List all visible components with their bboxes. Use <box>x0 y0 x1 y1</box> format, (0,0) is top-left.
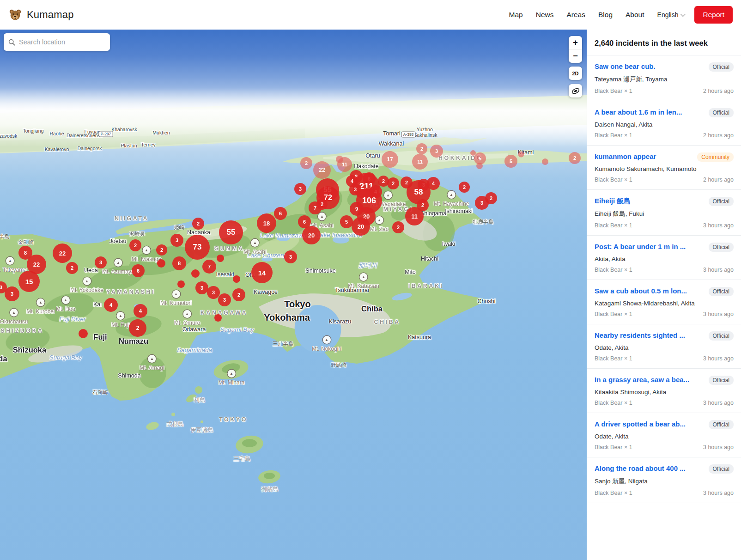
cluster-marker[interactable]: 3 <box>195 281 208 294</box>
cluster-marker[interactable]: 18 <box>257 213 276 233</box>
cluster-marker[interactable] <box>191 269 200 278</box>
incident-item[interactable]: Saw a cub about 0.5 m lon... Official Ka… <box>587 280 741 324</box>
zoom-out-button[interactable]: − <box>569 49 582 63</box>
incident-title-link[interactable]: Eiheiji 飯島 <box>595 197 705 206</box>
cluster-marker[interactable]: 2 <box>392 221 404 233</box>
cluster-marker[interactable]: 22 <box>313 161 331 179</box>
cluster-marker[interactable]: 14 <box>251 262 273 283</box>
cluster-marker[interactable]: 15 <box>18 271 40 292</box>
cluster-marker[interactable] <box>518 152 524 158</box>
cluster-marker[interactable]: 2 <box>459 182 470 193</box>
cluster-marker[interactable]: 55 <box>219 220 243 244</box>
incident-source-badge: Community <box>697 152 734 162</box>
search-icon <box>8 39 15 46</box>
language-selector[interactable]: English <box>657 11 685 18</box>
cluster-marker[interactable] <box>217 255 224 262</box>
incident-item[interactable]: Post: A bear under 1 m in ... Official A… <box>587 236 741 280</box>
cluster-marker[interactable]: 2 <box>387 177 399 189</box>
cluster-marker[interactable]: 22 <box>53 243 72 263</box>
cluster-marker[interactable]: 2 <box>156 244 167 256</box>
nav-news[interactable]: News <box>536 11 554 19</box>
cluster-marker[interactable]: 4 <box>134 304 147 318</box>
incident-title-link[interactable]: Saw one bear cub. <box>595 62 705 70</box>
nav-areas[interactable]: Areas <box>567 11 586 19</box>
incident-title-link[interactable]: kumanmon appear <box>595 152 693 160</box>
cluster-marker[interactable]: 4 <box>104 298 118 312</box>
cluster-marker[interactable]: 5 <box>504 155 517 168</box>
cluster-marker[interactable]: 7 <box>309 201 322 214</box>
incident-species: Black Bear × 1 <box>595 400 632 406</box>
map-canvas[interactable]: + − 2D TongjiangzavodskDalneretschenskRa… <box>0 30 587 560</box>
cluster-marker[interactable] <box>470 150 476 156</box>
cluster-marker[interactable]: 5 <box>340 215 353 228</box>
cluster-marker[interactable]: 2 <box>129 239 141 251</box>
incident-item[interactable]: Nearby residents sighted ... Official Od… <box>587 324 741 369</box>
cluster-marker[interactable]: 73 <box>185 235 210 260</box>
cluster-marker[interactable]: 2 <box>416 143 427 154</box>
incident-title-link[interactable]: A bear about 1.6 m in len... <box>595 108 705 116</box>
compass-icon <box>571 86 580 96</box>
cluster-marker[interactable]: 2 <box>66 262 78 274</box>
map-2d-toggle-button[interactable]: 2D <box>569 67 582 80</box>
cluster-marker[interactable]: 3 <box>475 196 489 210</box>
incident-title-link[interactable]: Post: A bear under 1 m in ... <box>595 243 705 250</box>
cluster-marker[interactable]: 6 <box>132 264 145 277</box>
cluster-marker[interactable]: 11 <box>412 154 428 170</box>
cluster-marker[interactable]: 3 <box>218 293 231 306</box>
incident-item[interactable]: kumanmon appear Community Kumamoto Sakur… <box>587 146 741 190</box>
cluster-marker[interactable]: 2 <box>300 157 312 169</box>
cluster-marker[interactable] <box>233 275 240 283</box>
incident-sidebar[interactable]: 2,640 incidents in the last week Saw one… <box>587 30 741 560</box>
cluster-marker[interactable]: 6 <box>274 207 287 220</box>
incident-title-link[interactable]: Along the road about 400 ... <box>595 464 705 472</box>
search-input[interactable] <box>19 38 105 46</box>
cluster-marker[interactable]: 3 <box>430 145 443 158</box>
incident-source-badge: Official <box>709 376 734 385</box>
cluster-marker[interactable]: 7 <box>202 260 216 274</box>
brand[interactable]: Kumamap <box>8 8 74 22</box>
cluster-marker[interactable]: 17 <box>382 151 398 168</box>
cluster-marker[interactable] <box>476 163 483 169</box>
cluster-marker[interactable]: 11 <box>405 207 424 225</box>
cluster-marker[interactable]: 8 <box>172 256 186 270</box>
cluster-marker[interactable]: 3 <box>207 286 220 299</box>
incident-species: Black Bear × 1 <box>595 88 632 94</box>
cluster-marker[interactable] <box>214 314 222 322</box>
cluster-marker[interactable]: 2 <box>129 319 146 337</box>
cluster-marker[interactable]: 3 <box>5 286 19 301</box>
nav-about[interactable]: About <box>626 11 644 19</box>
cluster-marker[interactable]: 3 <box>284 250 297 263</box>
nav-blog[interactable]: Blog <box>598 11 613 19</box>
map-pitch-compass-button[interactable] <box>569 84 582 97</box>
cluster-marker[interactable]: 3 <box>294 183 306 195</box>
cluster-marker[interactable]: 3 <box>95 256 107 268</box>
incident-item[interactable]: Eiheiji 飯島 Official Eiheiji 飯島, Fukui Bl… <box>587 190 741 236</box>
incident-source-badge: Official <box>709 331 734 341</box>
cluster-marker[interactable] <box>177 280 185 288</box>
cluster-marker[interactable]: 2 <box>232 288 245 301</box>
incident-item[interactable]: Saw one bear cub. Official Tateyama 瀬戸新,… <box>587 55 741 101</box>
incident-title-link[interactable]: Saw a cub about 0.5 m lon... <box>595 287 705 295</box>
zoom-in-button[interactable]: + <box>569 36 582 49</box>
incident-item[interactable]: A bear about 1.6 m in len... Official Da… <box>587 101 741 146</box>
top-bar: Kumamap MapNewsAreasBlogAbout English Re… <box>0 0 741 30</box>
incident-title-link[interactable]: A driver spotted a bear ab... <box>595 420 705 428</box>
cluster-marker[interactable] <box>542 158 548 165</box>
incident-title-link[interactable]: In a grassy area, saw a bea... <box>595 376 705 383</box>
cluster-marker[interactable]: 2 <box>192 218 204 230</box>
nav-map[interactable]: Map <box>509 11 523 19</box>
cluster-marker[interactable]: 2 <box>569 152 581 164</box>
report-button[interactable]: Report <box>694 6 733 24</box>
cluster-marker[interactable] <box>79 329 88 338</box>
cluster-marker[interactable]: 3 <box>170 234 183 247</box>
cluster-marker[interactable]: 20 <box>302 226 321 244</box>
incident-item[interactable]: A driver spotted a bear ab... Official O… <box>587 413 741 457</box>
incident-item[interactable]: Along the road about 400 ... Official Sa… <box>587 457 741 503</box>
incident-time: 2 hours ago <box>703 88 734 94</box>
incident-title-link[interactable]: Nearby residents sighted ... <box>595 331 705 339</box>
incident-location: Kumamoto Sakuramachi, Kumamoto <box>595 165 734 172</box>
incident-item[interactable]: In a grassy area, saw a bea... Official … <box>587 369 741 413</box>
cluster-marker[interactable]: 20 <box>352 217 370 236</box>
cluster-marker[interactable] <box>336 156 343 163</box>
cluster-marker[interactable] <box>157 259 165 268</box>
